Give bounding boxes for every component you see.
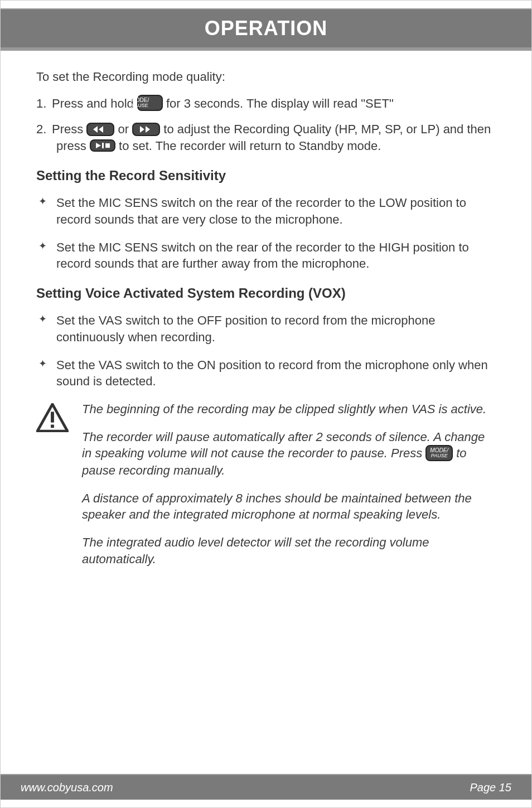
note-block: The beginning of the recording may be cl…: [36, 401, 496, 579]
rewind-icon: [86, 123, 114, 136]
svg-rect-5: [102, 143, 104, 148]
note-paragraph: The integrated audio level detector will…: [82, 534, 496, 567]
mode-pause-button-icon: MODE/PAUSE: [425, 445, 453, 461]
list-item: Set the VAS switch to the ON position to…: [36, 357, 496, 390]
note-paragraph: The recorder will pause automatically af…: [82, 429, 496, 479]
play-stop-icon: [90, 139, 115, 152]
svg-rect-6: [105, 143, 110, 148]
vox-list: Set the VAS switch to the OFF position t…: [36, 312, 496, 390]
svg-rect-9: [51, 425, 54, 428]
forward-icon: [132, 123, 160, 136]
step-text-post: to set. The recorder will return to Stan…: [115, 139, 381, 153]
content-area: To set the Recording mode quality: 1.Pre…: [1, 54, 531, 579]
list-item: Set the MIC SENS switch on the rear of t…: [36, 239, 496, 272]
list-item: Set the MIC SENS switch on the rear of t…: [36, 195, 496, 228]
header-bar: OPERATION: [1, 8, 531, 47]
header-divider: [1, 47, 531, 51]
svg-marker-1: [93, 126, 98, 133]
footer-bar: www.cobyusa.com Page 15: [1, 774, 531, 800]
svg-marker-0: [99, 126, 103, 133]
page-container: OPERATION To set the Recording mode qual…: [0, 0, 532, 808]
intro-text: To set the Recording mode quality:: [36, 69, 496, 85]
list-item: Set the VAS switch to the OFF position t…: [36, 312, 496, 345]
page-title: OPERATION: [205, 17, 327, 40]
note-paragraph: The beginning of the recording may be cl…: [82, 401, 496, 418]
steps-list: 1.Press and hold MODE/PAUSE for 3 second…: [36, 95, 496, 154]
note-text-pre: The recorder will pause automatically af…: [82, 430, 485, 461]
footer-url: www.cobyusa.com: [21, 781, 113, 794]
section-heading-vox: Setting Voice Activated System Recording…: [36, 284, 496, 302]
svg-marker-3: [146, 126, 150, 133]
step-text-pre: Press and hold: [52, 96, 137, 110]
footer-page: Page 15: [470, 781, 511, 794]
step-text-mid1: or: [114, 122, 132, 136]
step-number: 1.: [36, 95, 52, 112]
sensitivity-list: Set the MIC SENS switch on the rear of t…: [36, 195, 496, 272]
note-text: The beginning of the recording may be cl…: [82, 401, 496, 579]
step-text-post: for 3 seconds. The display will read "SE…: [163, 96, 394, 110]
section-heading-sensitivity: Setting the Record Sensitivity: [36, 167, 496, 185]
note-paragraph: A distance of approximately 8 inches sho…: [82, 490, 496, 523]
svg-marker-4: [96, 143, 101, 148]
step-2: 2.Press or to adjust the Recording Quali…: [36, 121, 496, 154]
warning-icon: [36, 401, 70, 579]
step-1: 1.Press and hold MODE/PAUSE for 3 second…: [36, 95, 496, 113]
svg-marker-2: [140, 126, 144, 133]
svg-rect-8: [51, 412, 54, 422]
step-number: 2.: [36, 121, 52, 138]
step-text-pre: Press: [52, 122, 86, 136]
mode-pause-button-icon: MODE/PAUSE: [137, 95, 163, 111]
